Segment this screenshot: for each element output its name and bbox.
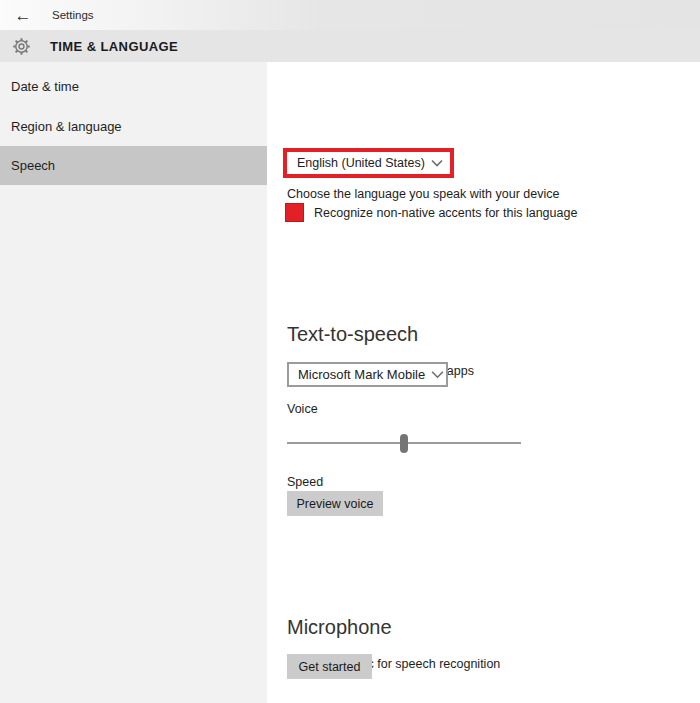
speech-language-dropdown[interactable]: English (United States)	[287, 152, 450, 174]
voice-dropdown[interactable]: Microsoft Mark Mobile	[287, 362, 448, 387]
microphone-heading: Microphone	[287, 616, 392, 639]
voice-label: Voice	[287, 402, 318, 416]
voice-dropdown-value: Microsoft Mark Mobile	[298, 367, 425, 382]
speed-slider[interactable]	[287, 434, 521, 453]
sidebar: Date & time Region & language Speech	[0, 62, 267, 703]
back-arrow-icon[interactable]: ←	[8, 7, 38, 24]
speech-language-dropdown-value: English (United States)	[297, 156, 425, 170]
chevron-down-icon	[431, 159, 443, 167]
sidebar-item-date-time[interactable]: Date & time	[0, 66, 267, 106]
text-to-speech-heading: Text-to-speech	[287, 323, 418, 346]
accents-checkbox-label: Recognize non-native accents for this la…	[314, 206, 577, 220]
sidebar-item-speech[interactable]: Speech	[0, 146, 267, 185]
get-started-button[interactable]: Get started	[287, 654, 372, 679]
accents-checkbox-row: Recognize non-native accents for this la…	[285, 203, 577, 222]
slider-thumb[interactable]	[400, 434, 408, 453]
main-content: Speech language Choose the language you …	[267, 62, 700, 703]
titlebar: ← Settings	[0, 0, 700, 30]
app-title: Settings	[52, 9, 94, 21]
gear-icon	[12, 37, 31, 56]
chevron-down-icon	[431, 370, 444, 379]
sidebar-item-region-language[interactable]: Region & language	[0, 106, 267, 146]
settings-window: ← Settings TIME & LANGUAGE Date & time R…	[0, 0, 700, 703]
page-header: TIME & LANGUAGE	[0, 30, 700, 62]
speech-language-description: Choose the language you speak with your …	[287, 187, 559, 201]
red-annotation-box: English (United States)	[283, 148, 454, 178]
preview-voice-button[interactable]: Preview voice	[287, 491, 383, 516]
speed-label: Speed	[287, 475, 323, 489]
accents-checkbox[interactable]	[285, 203, 304, 222]
page-title: TIME & LANGUAGE	[50, 39, 178, 54]
